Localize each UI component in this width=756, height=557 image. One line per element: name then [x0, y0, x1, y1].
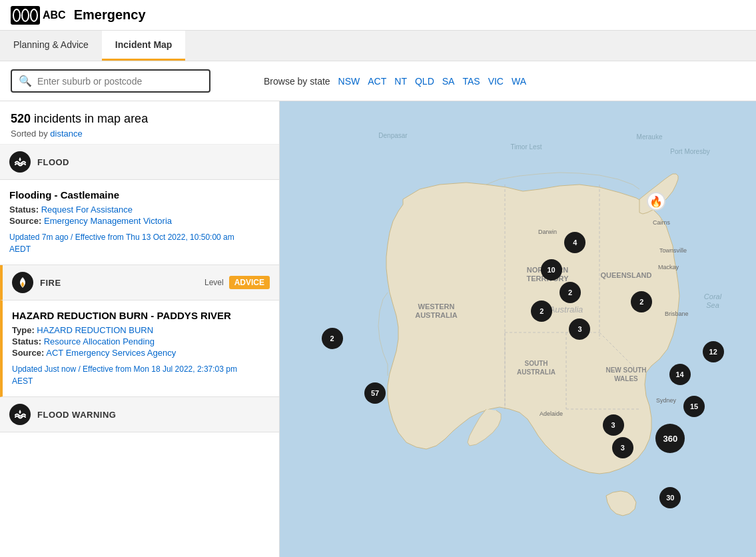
map-marker-3a[interactable]: 3 [569, 318, 590, 340]
svg-text:Darwin: Darwin [538, 229, 557, 235]
state-sa[interactable]: SA [442, 76, 455, 87]
search-box: 🔍 [11, 69, 210, 93]
map-marker-2d[interactable]: 2 [631, 291, 652, 312]
state-qld[interactable]: QLD [415, 76, 434, 87]
header: ABC Emergency [0, 0, 756, 31]
map-container[interactable]: WESTERN AUSTRALIA NORTHERN TERRITORY QUE… [280, 101, 756, 557]
logo-area: ABC Emergency [11, 6, 146, 25]
flood-warning-icon [9, 404, 31, 425]
incident-type-hazard: Type: HAZARD REDUCTION BURN [12, 325, 270, 335]
svg-text:Port Moresby: Port Moresby [670, 148, 709, 155]
fire-map-marker[interactable]: 🔥 [647, 192, 665, 211]
header-title: Emergency [74, 7, 146, 23]
incidents-header: 520 incidents in map area Sorted by dist… [0, 101, 279, 145]
svg-text:Denpasar: Denpasar [378, 132, 408, 139]
map-marker-15[interactable]: 15 [683, 396, 705, 417]
state-wa[interactable]: WA [512, 76, 526, 87]
svg-text:Brisbane: Brisbane [665, 310, 689, 317]
map-marker-3c[interactable]: 3 [612, 437, 633, 458]
state-tas[interactable]: TAS [462, 76, 480, 87]
svg-text:WESTERN: WESTERN [418, 302, 455, 310]
tab-incident-map[interactable]: Incident Map [102, 31, 186, 61]
incidents-count: 520 incidents in map area [11, 112, 268, 126]
incident-hazard-burn[interactable]: HAZARD REDUCTION BURN - PADDYS RIVER Typ… [0, 300, 279, 397]
category-flood: FLOOD [0, 145, 279, 180]
abc-logo[interactable]: ABC [11, 6, 66, 25]
svg-text:Merauke: Merauke [637, 133, 663, 141]
state-nsw[interactable]: NSW [338, 76, 360, 87]
flood-label: FLOOD [37, 157, 69, 167]
map-marker-3b[interactable]: 3 [603, 414, 624, 436]
fire-icon [12, 272, 33, 293]
incident-source-castlemaine: Source: Emergency Management Victoria [9, 216, 270, 226]
search-icon: 🔍 [19, 75, 32, 87]
advice-badge: ADVICE [229, 276, 270, 289]
map-marker-57[interactable]: 57 [364, 382, 386, 404]
svg-text:QUEENSLAND: QUEENSLAND [600, 271, 651, 279]
abc-logo-icon [11, 6, 40, 25]
sort-value: distance [50, 129, 82, 139]
category-flood-warning: FLOOD WARNING [0, 397, 279, 432]
svg-text:Sydney: Sydney [656, 397, 677, 404]
svg-text:Australia: Australia [549, 304, 583, 314]
svg-text:NEW SOUTH: NEW SOUTH [605, 366, 646, 374]
map-svg: WESTERN AUSTRALIA NORTHERN TERRITORY QUE… [280, 101, 756, 557]
state-nt[interactable]: NT [394, 76, 407, 87]
map-marker-4[interactable]: 4 [564, 232, 585, 253]
incident-title-castlemaine: Flooding - Castlemaine [9, 189, 270, 201]
sorted-by: Sorted by distance [11, 129, 268, 139]
flood-warning-label: FLOOD WARNING [37, 410, 116, 420]
sidebar[interactable]: 520 incidents in map area Sorted by dist… [0, 101, 280, 557]
svg-text:AUSTRALIA: AUSTRALIA [517, 368, 556, 376]
map-marker-10[interactable]: 10 [541, 259, 562, 280]
incident-time-hazard: Updated Just now / Effective from Mon 18… [12, 363, 270, 387]
map-marker-2a[interactable]: 2 [560, 282, 581, 303]
browse-label: Browse by state [264, 76, 330, 87]
svg-text:Townsville: Townsville [659, 247, 687, 254]
category-fire: FIRE Level ADVICE [0, 265, 279, 300]
map-marker-12[interactable]: 12 [703, 341, 724, 362]
fire-level-badge: Level ADVICE [204, 276, 270, 289]
svg-text:Coral: Coral [704, 292, 722, 300]
incident-status-hazard: Status: Resource Allocation Pending [12, 336, 270, 346]
incident-status-castlemaine: Status: Request For Assistance [9, 205, 270, 215]
browse-by-state: Browse by state NSW ACT NT QLD SA TAS VI… [264, 76, 526, 87]
map-marker-360[interactable]: 360 [655, 424, 685, 453]
incident-title-hazard: HAZARD REDUCTION BURN - PADDYS RIVER [12, 310, 270, 321]
map-marker-2c[interactable]: 2 [322, 328, 343, 349]
search-bar: 🔍 Browse by state NSW ACT NT QLD SA TAS … [0, 61, 756, 101]
svg-text:Sea: Sea [706, 301, 719, 309]
svg-text:WALES: WALES [614, 375, 638, 382]
tabs-container: Planning & Advice Incident Map [0, 31, 756, 61]
map-marker-2b[interactable]: 2 [531, 300, 552, 322]
state-vic[interactable]: VIC [488, 76, 504, 87]
svg-text:SOUTH: SOUTH [525, 360, 548, 367]
flood-icon [9, 151, 31, 173]
incident-flooding-castlemaine[interactable]: Flooding - Castlemaine Status: Request F… [0, 180, 279, 265]
map-marker-14[interactable]: 14 [669, 364, 691, 385]
tab-planning-advice[interactable]: Planning & Advice [0, 31, 102, 61]
svg-text:Cairns: Cairns [653, 219, 671, 226]
incident-source-hazard: Source: ACT Emergency Services Agency [12, 348, 270, 358]
svg-text:Adelaide: Adelaide [540, 410, 563, 417]
svg-text:Timor Lest: Timor Lest [511, 143, 542, 151]
svg-text:Mackay: Mackay [658, 264, 679, 271]
search-input[interactable] [37, 76, 202, 87]
abc-label: ABC [43, 9, 66, 21]
main-content: 520 incidents in map area Sorted by dist… [0, 101, 756, 557]
incident-time-castlemaine: Updated 7m ago / Effective from Thu 13 O… [9, 231, 270, 255]
fire-label: FIRE [40, 278, 61, 288]
svg-text:AUSTRALIA: AUSTRALIA [415, 311, 458, 319]
state-act[interactable]: ACT [368, 76, 386, 87]
map-marker-30[interactable]: 30 [659, 487, 681, 508]
